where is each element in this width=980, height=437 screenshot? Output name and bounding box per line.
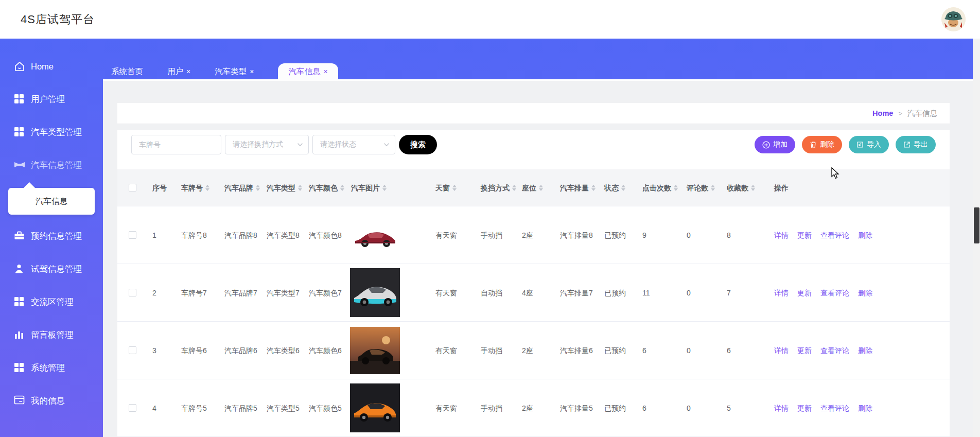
sidebar-item-2[interactable]: 汽车类型管理: [0, 116, 103, 149]
sidebar-item-0[interactable]: Home: [0, 50, 103, 83]
sort-caret-icon[interactable]: [539, 185, 543, 191]
sort-caret-icon[interactable]: [512, 185, 516, 191]
add-button[interactable]: 增加: [755, 136, 795, 153]
sidebar-item-1[interactable]: 用户管理: [0, 83, 103, 116]
row-action-update[interactable]: 更新: [797, 230, 812, 241]
row-actions-cell: 详情更新查看评论删除: [769, 287, 950, 299]
card-icon: [14, 395, 25, 407]
row-checkbox[interactable]: [129, 346, 136, 354]
cell-brand: 汽车品牌5: [219, 403, 261, 414]
row-checkbox[interactable]: [129, 231, 136, 239]
column-header-8: 座位: [517, 183, 555, 193]
sort-caret-icon[interactable]: [751, 185, 755, 191]
sort-caret-icon[interactable]: [340, 185, 344, 191]
sidebar-item-9[interactable]: 我的信息: [0, 384, 103, 417]
plate-search-input[interactable]: [131, 135, 221, 154]
row-action-view-comments[interactable]: 查看评论: [820, 345, 849, 356]
row-action-detail[interactable]: 详情: [774, 345, 789, 356]
sidebar-item-4[interactable]: 预约信息管理: [0, 220, 103, 253]
sort-caret-icon[interactable]: [711, 185, 715, 191]
export-button[interactable]: 导出: [896, 136, 936, 153]
row-action-update[interactable]: 更新: [797, 403, 812, 414]
cell-type: 汽车类型5: [261, 403, 304, 414]
user-icon: [14, 264, 25, 275]
tab-0[interactable]: 系统首页: [111, 63, 143, 79]
row-action-view-comments[interactable]: 查看评论: [820, 287, 849, 299]
sidebar-item-label: 试驾信息管理: [31, 264, 82, 275]
sidebar-item-6[interactable]: 交流区管理: [0, 286, 103, 319]
sort-caret-icon[interactable]: [382, 185, 387, 191]
sidebar-item-8[interactable]: 系统管理: [0, 352, 103, 384]
row-action-view-comments[interactable]: 查看评论: [820, 230, 849, 241]
sort-caret-icon[interactable]: [591, 185, 596, 191]
table-header-row: 序号车牌号汽车品牌汽车类型汽车颜色汽车图片天窗换挡方式座位汽车排量状态点击次数评…: [117, 169, 950, 206]
sidebar-item-5[interactable]: 试驾信息管理: [0, 253, 103, 286]
tab-bar: 系统首页用户×汽车类型×汽车信息×: [103, 39, 980, 81]
scrollbar-thumb[interactable]: [974, 207, 979, 243]
car-photo-cell: [346, 383, 430, 432]
table-row: 4车牌号5汽车品牌5汽车类型5汽车颜色5有天窗手动挡2座汽车排量5已预约605详…: [117, 379, 950, 437]
tab-1[interactable]: 用户×: [167, 63, 190, 79]
column-header-9: 汽车排量: [555, 183, 599, 193]
column-header-label: 操作: [774, 183, 789, 193]
tab-close-icon[interactable]: ×: [186, 67, 190, 76]
row-action-update[interactable]: 更新: [797, 287, 812, 299]
car-photo[interactable]: [350, 383, 400, 432]
row-action-delete[interactable]: 删除: [858, 287, 872, 299]
select-all-checkbox[interactable]: [129, 184, 136, 191]
cell-color: 汽车颜色7: [304, 287, 346, 299]
cell-clicks: 6: [637, 345, 681, 356]
sort-caret-icon[interactable]: [205, 185, 209, 191]
row-action-delete[interactable]: 删除: [858, 403, 872, 414]
column-header-12: 评论数: [681, 183, 722, 193]
row-action-delete[interactable]: 删除: [858, 230, 872, 241]
import-button[interactable]: 导入: [849, 136, 889, 153]
tab-2[interactable]: 汽车类型×: [215, 63, 254, 79]
cell-status: 已预约: [599, 345, 637, 356]
car-photo[interactable]: [350, 220, 399, 250]
sort-caret-icon[interactable]: [674, 185, 678, 191]
row-actions-cell: 详情更新查看评论删除: [769, 345, 950, 356]
tab-close-icon[interactable]: ×: [250, 67, 254, 76]
sidebar-item-3[interactable]: 汽车信息管理: [0, 149, 103, 182]
submenu-arrow: [24, 182, 35, 188]
row-checkbox[interactable]: [129, 404, 136, 412]
export-button-label: 导出: [914, 140, 928, 149]
column-header-1: 车牌号: [176, 183, 219, 193]
car-photo[interactable]: [350, 268, 400, 317]
top-header: 4S店试驾平台: [0, 0, 980, 39]
home-icon: [14, 61, 25, 72]
tab-close-icon[interactable]: ×: [323, 67, 327, 76]
sort-caret-icon[interactable]: [452, 185, 457, 191]
row-checkbox[interactable]: [129, 289, 136, 296]
breadcrumb-home-link[interactable]: Home: [872, 109, 893, 117]
cell-gear: 手动挡: [476, 230, 517, 241]
sidebar-submenu-item[interactable]: 汽车信息: [8, 188, 95, 215]
row-action-view-comments[interactable]: 查看评论: [820, 403, 849, 414]
cell-seats: 4座: [517, 287, 555, 299]
sidebar-item-label: 汽车类型管理: [31, 127, 82, 138]
car-photo[interactable]: [350, 327, 400, 374]
search-button[interactable]: 搜索: [399, 135, 437, 154]
status-select-placeholder: 请选择状态: [320, 140, 356, 149]
row-action-detail[interactable]: 详情: [774, 403, 789, 414]
delete-button[interactable]: 删除: [802, 136, 842, 153]
row-action-detail[interactable]: 详情: [774, 230, 789, 241]
row-action-detail[interactable]: 详情: [774, 287, 789, 299]
gear-mode-select[interactable]: 请选择换挡方式: [225, 135, 309, 154]
cell-seats: 2座: [517, 230, 555, 241]
sort-caret-icon[interactable]: [256, 185, 260, 191]
status-select[interactable]: 请选择状态: [312, 135, 395, 154]
row-action-delete[interactable]: 删除: [858, 345, 872, 356]
breadcrumb: Home > 汽车信息: [117, 103, 950, 124]
breadcrumb-separator: >: [898, 110, 902, 117]
tab-3[interactable]: 汽车信息×: [278, 63, 338, 79]
sort-caret-icon[interactable]: [298, 185, 302, 191]
tab-label: 用户: [167, 67, 183, 76]
briefcase-icon: [14, 231, 25, 242]
row-action-update[interactable]: 更新: [797, 345, 812, 356]
sidebar-item-7[interactable]: 留言板管理: [0, 319, 103, 352]
sort-caret-icon[interactable]: [621, 185, 625, 191]
app-title: 4S店试驾平台: [21, 12, 95, 27]
user-avatar[interactable]: [941, 7, 966, 31]
